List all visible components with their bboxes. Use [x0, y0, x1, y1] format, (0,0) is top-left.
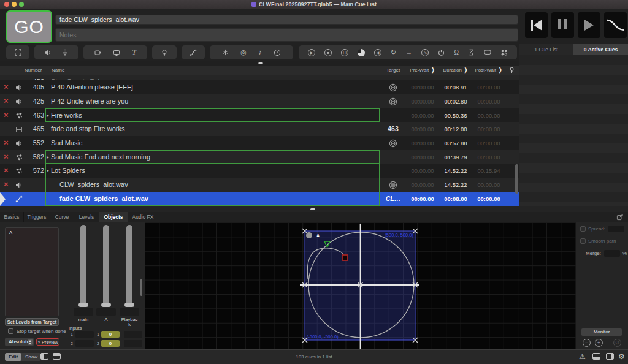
cue-list-scrollbar[interactable] [515, 164, 518, 194]
pre-wait-value[interactable]: 00:00.00 [406, 80, 439, 94]
selected-cue-name-input[interactable] [55, 15, 518, 25]
tab-cue-lists[interactable]: 1 Cue List [519, 44, 573, 55]
fade-cue-icon[interactable] [190, 49, 197, 56]
cue-row-clipped[interactable]: 452 Stop County Fair [0, 75, 519, 80]
return-cue-icon[interactable]: ◀ [374, 49, 381, 56]
input-level-box[interactable] [124, 331, 142, 338]
post-wait-value[interactable]: 00:00.00 [472, 122, 505, 136]
light-cue-icon[interactable] [161, 49, 168, 56]
fader-playback[interactable] [126, 225, 132, 306]
post-wait-value[interactable]: 00:00.00 [472, 178, 505, 192]
toolbar-drag-handle[interactable] [258, 62, 263, 64]
object-list[interactable]: A [5, 227, 59, 316]
toggle-bottom-panel-icon[interactable] [592, 353, 600, 360]
duration-value[interactable]: 00:50.36 [439, 108, 472, 123]
devamp-cue-icon[interactable]: ↘ [421, 49, 429, 56]
audio-cue-icon[interactable] [44, 49, 52, 56]
spread-field[interactable] [608, 226, 624, 232]
target-value[interactable]: CL… [380, 192, 406, 206]
music-cue-icon[interactable]: ♪ [258, 49, 262, 56]
input-level-box[interactable] [75, 331, 94, 338]
resume-all-button[interactable] [578, 12, 600, 38]
warning-icon[interactable]: ⚠ [579, 352, 586, 361]
column-post-wait[interactable]: Post-Wait❭ [472, 66, 505, 74]
input-gain-value[interactable]: 0 [101, 331, 120, 338]
duration-value[interactable]: 01:39.79 [439, 150, 472, 164]
set-levels-from-target-button[interactable]: Set Levels from Target [5, 318, 59, 326]
zoom-out-button[interactable]: − [583, 339, 591, 347]
panner-grid[interactable]: A (500.0, 500.0) (-500.0, -500.0) [145, 222, 576, 349]
fader-thumb[interactable] [101, 303, 111, 307]
pre-wait-value[interactable]: 00:00.00 [406, 136, 439, 150]
fader-panel-scrollbar[interactable] [140, 279, 142, 296]
column-duration[interactable]: Duration❭ [439, 66, 472, 74]
reset-cue-icon[interactable]: ↻ [391, 49, 396, 56]
duration-value[interactable]: 00:02.80 [439, 94, 472, 108]
pause-cue-icon[interactable]: ❘❘ [341, 49, 348, 56]
text-cue-icon[interactable]: T [131, 49, 136, 56]
monitor-button[interactable]: Monitor [581, 328, 622, 336]
duration-value[interactable]: 00:08.00 [439, 192, 472, 206]
wait-cue-icon[interactable] [468, 49, 475, 56]
column-name[interactable]: Name [52, 66, 64, 74]
divider-drag-handle[interactable] [310, 208, 315, 210]
smooth-path-checkbox[interactable] [580, 238, 586, 244]
path-end-marker[interactable] [342, 255, 348, 260]
start-cue-icon[interactable]: ▶ [308, 49, 315, 56]
reset-view-button[interactable]: ↺ [613, 339, 621, 347]
power-icon[interactable] [438, 49, 445, 56]
zoom-in-button[interactable]: + [595, 339, 603, 347]
fader-value-a[interactable] [96, 308, 116, 316]
disclosure-triangle[interactable]: ▸ [47, 108, 49, 123]
post-wait-value[interactable]: 00:00.00 [472, 80, 505, 94]
cue-row-spiders-audio[interactable]: × CLW_spiders_alot.wav 00:00.00 14:52.22… [0, 178, 519, 192]
settings-gear-icon[interactable]: ⚙ [618, 352, 625, 361]
merge-field[interactable]: --- [604, 250, 620, 257]
load-cue-icon[interactable] [358, 49, 365, 56]
cue-row-405[interactable]: × 405 P 40 Attention please [EFF] 00:00.… [0, 80, 519, 94]
duration-value[interactable]: 03:57.88 [439, 136, 472, 150]
disclosure-triangle[interactable]: ▾ [47, 164, 49, 178]
fader-main[interactable] [80, 225, 86, 306]
pre-wait-value[interactable]: 00:00.00 [406, 122, 439, 136]
disclosure-triangle[interactable]: ▸ [47, 150, 49, 164]
memo-cue-icon[interactable] [484, 49, 491, 56]
cue-row-465[interactable]: 465 fade and stop Fire works 463 00:00.0… [0, 122, 519, 136]
tab-active-cues[interactable]: 0 Active Cues [573, 44, 628, 55]
input-level-box[interactable] [75, 340, 94, 347]
pause-all-button[interactable] [551, 12, 574, 38]
pre-wait-value[interactable]: 00:00.00 [406, 94, 439, 108]
open-inspector-window-icon[interactable] [616, 214, 623, 221]
pre-wait-value[interactable]: 00:00.00 [406, 164, 439, 178]
tab-triggers[interactable]: Triggers [24, 212, 50, 222]
fader-a[interactable] [103, 225, 109, 306]
pre-wait-value[interactable]: 00:00.00 [406, 178, 439, 192]
fade-and-stop-button[interactable] [604, 12, 627, 38]
fader-thumb[interactable] [124, 303, 134, 307]
timecode-cue-icon[interactable]: ◎ [240, 49, 247, 56]
goto-cue-icon[interactable]: → [405, 49, 412, 56]
cue-row-552[interactable]: × 552 Sad Music 00:00.00 03:57.88 00:00.… [0, 136, 519, 150]
object-list-item-a[interactable]: A [9, 230, 12, 235]
cue-cart-icon[interactable] [500, 49, 508, 56]
post-wait-value[interactable]: 00:00.00 [472, 192, 505, 206]
duration-value[interactable]: 14:52.22 [439, 178, 472, 192]
notes-input[interactable] [55, 28, 518, 42]
pre-wait-value[interactable]: 00:00.00 [406, 192, 439, 206]
post-wait-value[interactable]: 00:00.00 [472, 94, 505, 108]
stop-target-checkbox[interactable] [8, 328, 13, 334]
tab-basics[interactable]: Basics [0, 212, 24, 222]
arm-cue-icon[interactable]: Ω [454, 50, 458, 56]
column-number[interactable]: Number [25, 66, 42, 74]
column-target[interactable]: Target [380, 66, 406, 74]
duration-value[interactable]: 00:12.00 [439, 122, 472, 136]
camera-cue-icon[interactable] [113, 49, 120, 56]
duration-value[interactable]: 00:08.91 [439, 80, 472, 94]
post-wait-value[interactable]: 00:00.00 [472, 150, 505, 164]
clock-cue-icon[interactable] [274, 49, 281, 56]
cue-row-572-group[interactable]: × 572 ▾ Lot Spiders 00:00.00 14:52.22 00… [0, 164, 519, 178]
column-pre-wait[interactable]: Pre-Wait❭ [406, 66, 439, 74]
cue-row-463-group[interactable]: × 463 ▸ Fire works 00:00.00 00:50.36 00:… [0, 108, 519, 123]
spread-checkbox[interactable] [580, 226, 586, 232]
fader-value-main[interactable] [74, 308, 93, 316]
